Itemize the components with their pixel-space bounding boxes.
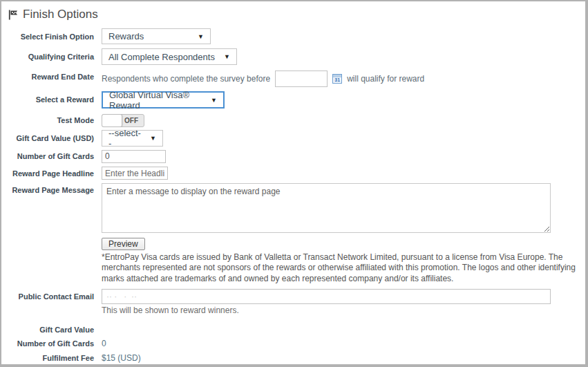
public-contact-email-help: This will be shown to reward winners. <box>102 305 585 315</box>
row-public-contact-email: Public Contact Email This will be shown … <box>7 289 585 321</box>
row-reward-page-message: Reward Page Message <box>7 183 585 236</box>
select-a-reward-value: Global Virtual Visa® Reward <box>109 90 204 111</box>
row-reward-page-headline: Reward Page Headline <box>7 167 585 180</box>
summary-fulfilment-fee-amount: $15 (USD) <box>102 352 141 363</box>
row-select-finish-option: Select Finish Option Rewards ▼ <box>7 28 585 44</box>
select-a-reward-dropdown[interactable]: Global Virtual Visa® Reward ▼ <box>102 91 225 109</box>
summary-gift-card-value-label: Gift Card Value <box>7 323 102 334</box>
page-title: Finish Options <box>23 8 98 21</box>
summary-number-of-gift-cards-label: Number of Gift Cards <box>7 337 102 348</box>
reward-end-date-input[interactable] <box>275 70 328 87</box>
qualifying-criteria-label: Qualifying Criteria <box>7 48 102 65</box>
chevron-down-icon: ▼ <box>150 135 156 142</box>
reward-page-message-label: Reward Page Message <box>7 183 102 236</box>
test-mode-toggle[interactable]: OFF <box>102 114 144 127</box>
row-test-mode: Test Mode OFF <box>7 113 585 127</box>
test-mode-state: OFF <box>124 117 138 124</box>
reward-end-date-label: Reward End Date <box>7 69 102 87</box>
qualifying-criteria-value: All Complete Respondents <box>108 52 215 62</box>
reward-disclaimer-text: *EntroPay Visa cards are issued by Bank … <box>102 252 586 284</box>
row-gift-card-value: Gift Card Value (USD) --select-- ▼ <box>7 130 585 147</box>
select-finish-option-dropdown[interactable]: Rewards ▼ <box>102 28 211 44</box>
summary-fulfilment-fee: Fulfilment Fee $15 (USD) <box>7 352 585 363</box>
number-of-gift-cards-input[interactable] <box>102 150 166 163</box>
test-mode-label: Test Mode <box>7 113 102 127</box>
select-a-reward-label: Select a Reward <box>7 91 102 109</box>
reward-end-date-prefix: Respondents who complete the survey befo… <box>102 74 270 84</box>
select-finish-option-label: Select Finish Option <box>7 28 102 44</box>
row-reward-end-date: Reward End Date Respondents who complete… <box>7 69 585 87</box>
chevron-down-icon: ▼ <box>198 33 204 40</box>
qualifying-criteria-dropdown[interactable]: All Complete Respondents ▼ <box>102 48 237 65</box>
finish-flag-icon <box>8 10 18 20</box>
chevron-down-icon: ▼ <box>211 97 217 104</box>
preview-button[interactable]: Preview <box>102 238 145 250</box>
row-number-of-gift-cards: Number of Gift Cards <box>7 149 585 163</box>
summary-fulfilment-fee-label: Fulfilment Fee <box>7 352 102 363</box>
reward-page-headline-input[interactable] <box>102 167 168 180</box>
summary-number-of-gift-cards: Number of Gift Cards 0 <box>7 337 585 348</box>
number-of-gift-cards-label: Number of Gift Cards <box>7 149 102 163</box>
toggle-knob-icon <box>102 114 122 127</box>
row-qualifying-criteria: Qualifying Criteria All Complete Respond… <box>7 48 585 65</box>
summary-number-of-gift-cards-count: 0 <box>102 337 106 348</box>
row-select-a-reward: Select a Reward Global Virtual Visa® Rew… <box>7 91 585 109</box>
summary-gift-card-value: Gift Card Value <box>7 323 585 334</box>
select-finish-option-value: Rewards <box>108 31 144 41</box>
finish-options-panel: Finish Options Select Finish Option Rewa… <box>0 0 588 367</box>
calendar-icon[interactable]: 31 <box>332 74 342 84</box>
reward-page-headline-label: Reward Page Headline <box>7 167 102 180</box>
page-header: Finish Options <box>8 8 585 21</box>
public-contact-email-label: Public Contact Email <box>7 289 102 321</box>
gift-card-value-dropdown[interactable]: --select-- ▼ <box>102 130 163 147</box>
reward-end-date-suffix: will qualify for reward <box>347 74 424 84</box>
row-preview-disclaimer: Preview *EntroPay Visa cards are issued … <box>7 237 585 289</box>
gift-card-value-selected: --select-- <box>108 128 143 149</box>
reward-page-message-textarea[interactable] <box>102 183 551 233</box>
chevron-down-icon: ▼ <box>224 53 230 60</box>
public-contact-email-input[interactable] <box>102 289 551 304</box>
gift-card-value-label: Gift Card Value (USD) <box>7 130 102 147</box>
